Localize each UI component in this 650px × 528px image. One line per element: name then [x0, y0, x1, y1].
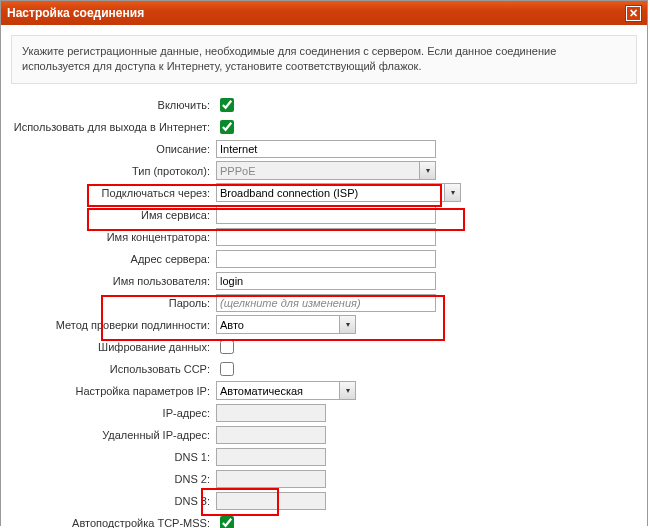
service-name-input[interactable] [216, 206, 436, 224]
label-ip-settings: Настройка параметров IP: [11, 385, 216, 397]
connect-via-value: Broadband connection (ISP) [220, 187, 358, 199]
ip-addr-input [216, 404, 326, 422]
protocol-select: PPPoE ▾ [216, 161, 436, 180]
chevron-down-icon: ▾ [419, 162, 435, 179]
dialog-body: Укажите регистрационные данные, необходи… [1, 25, 647, 528]
dns3-input [216, 492, 326, 510]
label-enable: Включить: [11, 99, 216, 111]
form: Включить: Использовать для выхода в Инте… [11, 94, 637, 528]
label-server-addr: Адрес сервера: [11, 253, 216, 265]
chevron-down-icon[interactable]: ▾ [339, 316, 355, 333]
label-auth-method: Метод проверки подлинности: [11, 319, 216, 331]
password-input[interactable] [216, 294, 436, 312]
close-icon[interactable]: ✕ [626, 6, 641, 21]
label-protocol: Тип (протокол): [11, 165, 216, 177]
label-connect-via: Подключаться через: [11, 187, 216, 199]
label-use-internet: Использовать для выхода в Интернет: [11, 121, 216, 133]
ip-settings-select[interactable]: Автоматическая ▾ [216, 381, 356, 400]
window-title: Настройка соединения [7, 6, 144, 20]
description-input[interactable] [216, 140, 436, 158]
label-ip-addr: IP-адрес: [11, 407, 216, 419]
dns1-input [216, 448, 326, 466]
protocol-value: PPPoE [220, 165, 255, 177]
username-input[interactable] [216, 272, 436, 290]
chevron-down-icon[interactable]: ▾ [339, 382, 355, 399]
label-username: Имя пользователя: [11, 275, 216, 287]
chevron-down-icon[interactable]: ▾ [444, 184, 460, 201]
label-password: Пароль: [11, 297, 216, 309]
label-dns3: DNS 3: [11, 495, 216, 507]
label-description: Описание: [11, 143, 216, 155]
use-ccp-checkbox[interactable] [220, 362, 234, 376]
server-addr-input[interactable] [216, 250, 436, 268]
auth-method-select[interactable]: Авто ▾ [216, 315, 356, 334]
label-dns2: DNS 2: [11, 473, 216, 485]
remote-ip-input [216, 426, 326, 444]
auth-method-value: Авто [220, 319, 244, 331]
label-encryption: Шифрование данных: [11, 341, 216, 353]
use-internet-checkbox[interactable] [220, 120, 234, 134]
label-tcp-mss: Автоподстройка TCP-MSS: [11, 517, 216, 528]
tcp-mss-checkbox[interactable] [220, 516, 234, 528]
label-use-ccp: Использовать CCP: [11, 363, 216, 375]
label-service-name: Имя сервиса: [11, 209, 216, 221]
concentrator-input[interactable] [216, 228, 436, 246]
titlebar: Настройка соединения ✕ [1, 1, 647, 25]
label-remote-ip: Удаленный IP-адрес: [11, 429, 216, 441]
connect-via-select[interactable]: Broadband connection (ISP) ▾ [216, 183, 461, 202]
encryption-checkbox[interactable] [220, 340, 234, 354]
dns2-input [216, 470, 326, 488]
ip-settings-value: Автоматическая [220, 385, 303, 397]
dialog-window: Настройка соединения ✕ Укажите регистрац… [0, 0, 648, 526]
label-concentrator: Имя концентратора: [11, 231, 216, 243]
enable-checkbox[interactable] [220, 98, 234, 112]
info-text: Укажите регистрационные данные, необходи… [11, 35, 637, 84]
label-dns1: DNS 1: [11, 451, 216, 463]
